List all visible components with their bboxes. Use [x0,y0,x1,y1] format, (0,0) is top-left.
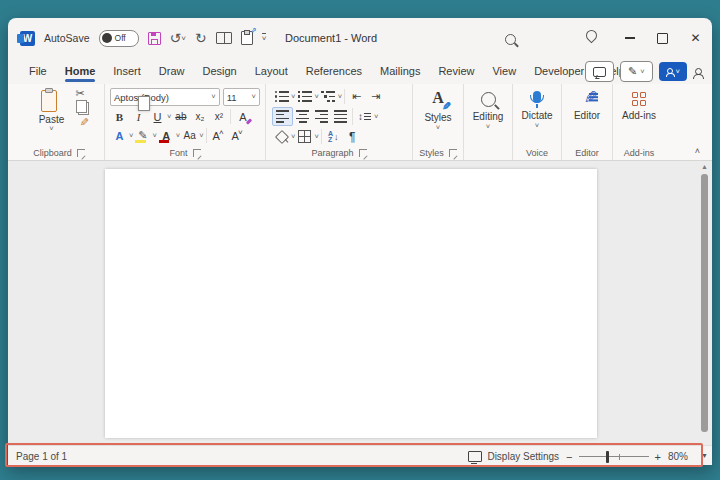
clear-formatting-button[interactable]: A [233,108,252,125]
undo-button[interactable]: ↺ ˅ [170,31,186,45]
grow-font-button[interactable]: A˄ [209,127,228,144]
tab-review[interactable]: Review [429,58,483,84]
scroll-up-icon[interactable]: ▲ [700,163,709,170]
word-logo-icon[interactable] [20,31,35,46]
tab-references[interactable]: References [297,58,371,84]
align-center-button[interactable] [293,108,312,125]
tab-developer[interactable]: Developer [525,58,593,84]
align-right-button[interactable] [312,108,331,125]
chevron-down-icon: ˅ [338,93,342,101]
group-font: Aptos (Body) ˅ 11 ˅ B I U ˅ ab [105,84,266,160]
comment-bubble-icon [593,67,606,77]
page-status[interactable]: Page 1 of 1 [8,451,67,462]
pin-icon[interactable] [586,30,596,43]
display-settings-button[interactable]: Display Settings [468,451,559,462]
scrollbar-thumb[interactable] [701,174,708,432]
search-icon[interactable] [505,31,516,49]
tab-design[interactable]: Design [193,58,245,84]
font-dialog-launcher[interactable] [193,149,201,157]
styles-button[interactable]: A Styles ˅ [415,88,461,132]
cut-icon[interactable]: ✂ [76,88,89,99]
paragraph-dialog-launcher[interactable] [359,149,367,157]
autosave-toggle[interactable]: Off [99,30,139,47]
redo-icon[interactable]: ↻ [195,31,207,45]
chevron-down-icon: ˅ [211,93,215,101]
tab-draw[interactable]: Draw [150,58,194,84]
multilevel-list-button[interactable] [319,88,338,105]
paste-button[interactable]: Paste ˅ [30,88,74,133]
editor-button[interactable]: ✎ Editor [564,88,610,121]
maximize-button[interactable] [646,18,679,58]
justify-button[interactable] [331,108,350,125]
autosave-label: AutoSave [44,32,90,44]
superscript-button[interactable]: x² [209,108,228,125]
underline-button[interactable]: U [148,108,167,125]
share-button[interactable]: ˅ [659,62,687,81]
shading-button[interactable] [272,128,291,145]
close-icon: ✕ [690,31,700,45]
editing-search-icon [481,92,496,107]
change-case-button[interactable]: Aa [180,127,199,144]
editing-mode-button[interactable]: ✎ ˅ [620,61,653,82]
line-spacing-button[interactable]: ↕ [355,108,374,125]
align-left-button[interactable] [272,107,293,126]
minimize-button[interactable] [613,18,646,58]
tab-mailings[interactable]: Mailings [371,58,429,84]
bold-button[interactable]: B [110,108,129,125]
shrink-font-button[interactable]: A˅ [228,127,247,144]
read-mode-icon[interactable] [216,32,232,44]
collapse-ribbon-icon[interactable]: ˄ [695,146,700,156]
font-color-button[interactable]: A [157,127,176,144]
document-page[interactable] [105,169,597,438]
zoom-slider[interactable] [579,451,649,463]
group-styles: A Styles ˅ Styles [413,84,464,160]
tab-layout[interactable]: Layout [246,58,297,84]
caret-down-icon: ˅ [238,128,243,137]
zoom-level[interactable]: 80% [668,451,688,462]
italic-button[interactable]: I [129,108,148,125]
customize-quick-access-icon[interactable]: ˅ [262,33,267,43]
tab-insert[interactable]: Insert [104,58,150,84]
text-highlight-button[interactable]: ✎ [133,127,152,144]
tab-file[interactable]: File [20,58,56,84]
show-hide-marks-button[interactable]: ¶ [343,128,362,145]
zoom-slider-thumb[interactable] [606,451,610,463]
tab-view[interactable]: View [483,58,525,84]
divider [352,108,353,125]
editing-button[interactable]: Editing ˅ [466,88,510,131]
clipboard-group-footer: Clipboard [16,146,102,160]
scroll-down-icon[interactable]: ▼ [701,452,708,459]
sort-button[interactable]: AZ↓ [324,128,343,145]
divider [230,109,231,124]
borders-button[interactable] [295,128,314,145]
subscript-button[interactable]: x₂ [190,108,209,125]
styles-group-footer: Styles [415,146,461,160]
add-ins-button[interactable]: Add-ins [615,88,663,121]
minimize-icon [625,37,635,38]
font-size-combo[interactable]: 11 ˅ [223,88,260,106]
clipboard-content: Paste ˅ ✂ ✎ [16,84,102,146]
text-effects-button[interactable]: A [110,127,129,144]
styles-dialog-launcher[interactable] [449,149,457,157]
format-painter-icon[interactable]: ✎ [76,117,89,128]
clipboard-paste-icon[interactable] [241,31,253,45]
close-button[interactable]: ✕ [679,18,712,58]
zoom-out-button[interactable]: − [566,451,572,463]
font-group-footer: Font [107,146,263,160]
vertical-scrollbar[interactable]: ▲ [700,163,709,443]
strikethrough-button[interactable]: ab [171,108,190,125]
clipboard-dialog-launcher[interactable] [77,149,85,157]
increase-indent-button[interactable]: ⇥ [366,88,385,105]
zoom-in-button[interactable]: + [655,451,661,463]
paste-icon [41,88,62,112]
dictate-button[interactable]: Dictate ˅ [515,88,559,130]
bullets-button[interactable] [272,88,291,105]
feedback-person-icon[interactable] [693,68,702,79]
tab-home[interactable]: Home [56,58,105,84]
save-icon[interactable] [148,32,161,45]
numbering-button[interactable] [295,88,314,105]
font-name-combo[interactable]: Aptos (Body) ˅ [110,88,220,106]
decrease-indent-button[interactable]: ⇤ [347,88,366,105]
copy-icon[interactable] [78,102,89,115]
comments-button[interactable] [585,61,614,82]
